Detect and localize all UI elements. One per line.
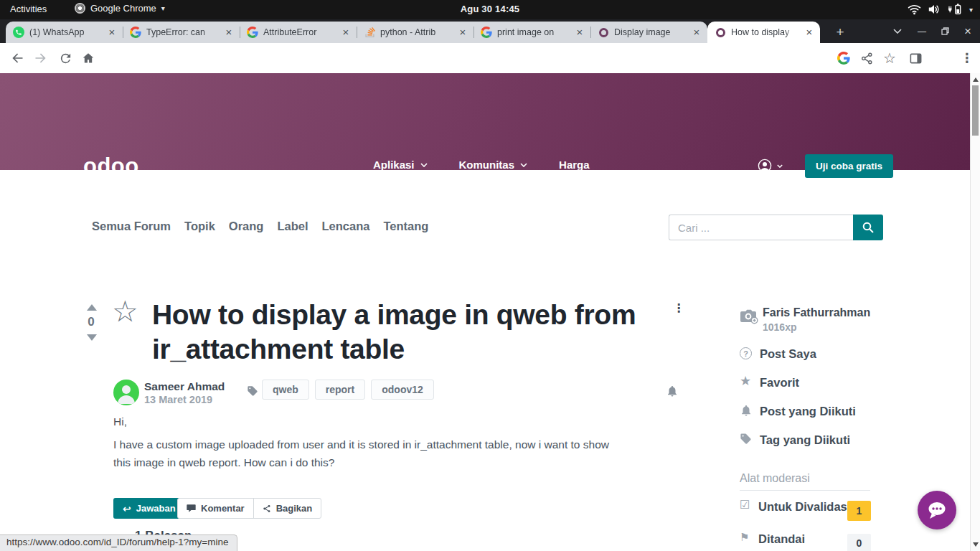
scrollbar-thumb[interactable] (972, 85, 979, 136)
answer-button[interactable]: ↩ Jawaban (113, 498, 185, 519)
nav-label: Harga (559, 159, 590, 171)
comment-button-label: Komentar (201, 503, 245, 514)
google-icon (247, 27, 258, 38)
close-icon[interactable]: × (340, 27, 352, 38)
forum-nav-label[interactable]: Label (277, 220, 308, 233)
follow-bell-icon[interactable] (666, 385, 679, 400)
chevron-down-icon (520, 163, 527, 167)
share-button[interactable]: Bagikan (253, 499, 321, 518)
browser-toolbar: odoo.com/id_ID/forum/help-1/how-to-displ… (0, 43, 980, 73)
tab-label: (1) WhatsApp (29, 27, 101, 37)
account-menu[interactable] (758, 159, 783, 173)
nav-harga[interactable]: Harga (559, 159, 590, 171)
sidebar-item-tag-yang-diikuti[interactable]: Tag yang Diikuti (760, 433, 850, 447)
new-tab-button[interactable]: + (831, 23, 849, 42)
sidebar-item-post-yang-diikuti[interactable]: Post yang Diikuti (760, 405, 856, 418)
forum-nav-topik[interactable]: Topik (184, 220, 215, 233)
tab-attributeerror[interactable]: AttributeError × (240, 22, 357, 43)
chevron-down-icon: ▾ (969, 6, 973, 14)
nav-komunitas[interactable]: Komunitas (459, 159, 528, 171)
activities-button[interactable]: Activities (10, 4, 47, 14)
tab-label: TypeError: can (146, 27, 218, 37)
site-header: odoo Aplikasi Komunitas Harga Uji coba g… (0, 73, 970, 170)
sidebar-user-xp: 1016xp (763, 321, 796, 333)
search-button[interactable] (853, 215, 883, 240)
tab-label: python - Attrib (380, 27, 452, 37)
odoo-logo[interactable]: odoo (83, 154, 139, 179)
tab-typeerror[interactable]: TypeError: can × (123, 22, 240, 43)
bookmark-star-icon[interactable]: ☆ (882, 51, 897, 65)
tab-stackoverflow[interactable]: python - Attrib × (357, 22, 473, 43)
nav-label: Aplikasi (373, 159, 415, 171)
sidebar-user-name[interactable]: Faris Fathurrahman (763, 306, 870, 319)
scroll-down-arrow[interactable] (973, 542, 979, 547)
close-window-button[interactable]: × (960, 19, 976, 43)
chevron-down-icon (420, 163, 428, 167)
moderation-divider (740, 490, 870, 491)
nav-aplikasi[interactable]: Aplikasi (373, 159, 428, 171)
tag-qweb[interactable]: qweb (262, 380, 309, 400)
page-scrollbar[interactable] (970, 73, 980, 551)
sidebar-item-untuk-divalidasi[interactable]: Untuk Divalidasi (758, 500, 850, 514)
close-icon[interactable]: × (804, 27, 815, 38)
back-button[interactable] (10, 51, 24, 65)
side-panel-icon[interactable] (908, 51, 923, 65)
stackoverflow-icon (364, 27, 375, 38)
app-menu[interactable]: Google Chrome ▾ (75, 3, 165, 14)
forum-nav-semua-forum[interactable]: Semua Forum (92, 220, 171, 233)
tab-search-chevron-icon[interactable] (890, 19, 905, 43)
livechat-button[interactable] (918, 491, 956, 529)
check-square-icon: ☑ (740, 499, 750, 511)
forum-nav-orang[interactable]: Orang (229, 220, 264, 233)
sidebar-item-post-saya[interactable]: Post Saya (760, 347, 816, 361)
free-trial-button[interactable]: Uji coba gratis (805, 154, 893, 178)
forum-nav: Semua Forum Topik Orang Label Lencana Te… (92, 220, 428, 233)
tab-print-image[interactable]: print image on × (473, 22, 590, 43)
system-tray[interactable]: ▾ (908, 3, 973, 17)
tab-label: print image on (497, 27, 569, 37)
share-button-label: Bagikan (276, 503, 313, 514)
forward-button[interactable] (34, 51, 48, 65)
author-avatar[interactable] (113, 380, 139, 405)
search-input[interactable] (669, 215, 853, 240)
upvote-arrow[interactable] (87, 304, 97, 311)
google-account-icon[interactable] (837, 51, 851, 65)
tag-icon (740, 433, 752, 448)
home-button[interactable] (81, 51, 95, 65)
page-title: Help (0, 178, 970, 217)
sidebar-item-ditandai[interactable]: Ditandai (758, 532, 805, 546)
minimize-button[interactable]: — (914, 19, 930, 43)
close-icon[interactable]: × (106, 27, 118, 38)
tag-odoov12[interactable]: odoov12 (371, 380, 434, 400)
close-icon[interactable]: × (457, 27, 468, 38)
tab-label: How to display (731, 27, 798, 37)
avatar-placeholder-icon[interactable] (740, 309, 758, 329)
chrome-logo-icon (75, 3, 85, 14)
scroll-up-arrow[interactable] (973, 77, 979, 82)
user-icon (758, 159, 772, 173)
close-icon[interactable]: × (223, 27, 235, 38)
comment-button[interactable]: Komentar (178, 499, 253, 518)
reload-button[interactable] (58, 51, 72, 65)
tab-display-image[interactable]: Display image × (590, 22, 707, 43)
chevron-down-icon: ▾ (161, 5, 165, 12)
forum-nav-tentang[interactable]: Tentang (383, 220, 428, 233)
tab-active-how-to-display[interactable]: How to display × (707, 22, 820, 43)
browser-menu-kebab-icon[interactable]: ⋮ (960, 51, 974, 65)
tab-whatsapp[interactable]: (1) WhatsApp × (6, 22, 123, 43)
forum-nav-lencana[interactable]: Lencana (322, 220, 370, 233)
restore-window-button[interactable] (937, 19, 953, 43)
question-options-kebab-icon[interactable]: ⋮ (673, 301, 684, 315)
screen: Activities Google Chrome ▾ Agu 30 14:45 … (0, 0, 980, 551)
share-icon[interactable] (859, 51, 874, 65)
flagged-count-badge: 0 (847, 534, 871, 551)
sidebar-item-favorit[interactable]: Favorit (760, 376, 799, 390)
close-icon[interactable]: × (574, 27, 585, 38)
close-icon[interactable]: × (691, 27, 702, 38)
tag-report[interactable]: report (315, 380, 365, 400)
downvote-arrow[interactable] (87, 334, 97, 341)
volume-icon (928, 4, 941, 17)
author-name[interactable]: Sameer Ahmad (144, 380, 225, 393)
flag-icon: ⚑ (740, 532, 749, 542)
favorite-star-icon[interactable]: ☆ (112, 297, 138, 326)
